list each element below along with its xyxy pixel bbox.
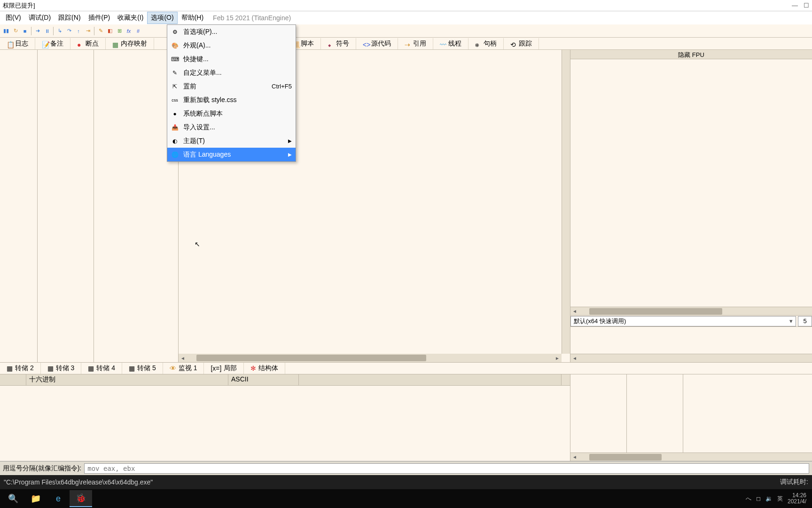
menu-view[interactable]: 图(V)	[2, 12, 25, 24]
tb-run-icon[interactable]: ➜	[33, 27, 42, 35]
tb-patch-icon[interactable]: ◧	[106, 27, 114, 35]
taskbar-edge[interactable]: e	[47, 490, 70, 507]
tb-restart-icon[interactable]: ↻	[11, 27, 20, 35]
stack-scroll-left-icon[interactable]: ◄	[570, 453, 579, 461]
fpu-toggle[interactable]: 隐藏 FPU	[570, 50, 812, 59]
maximize-button[interactable]: ☐	[804, 2, 809, 9]
menu-plugin[interactable]: 插件(P)	[85, 12, 114, 24]
menuitem-import-settings[interactable]: 📥导入设置...	[167, 120, 296, 134]
stack-scroll-thumb[interactable]	[589, 454, 662, 460]
menuitem-shortcuts[interactable]: ⌨快捷键...	[167, 52, 296, 66]
menuitem-theme[interactable]: ◐主题(T)▶	[167, 134, 296, 148]
tb-stepover-icon[interactable]: ↷	[65, 27, 73, 35]
tab-dump2[interactable]: ▦转储 2	[0, 363, 41, 374]
menuitem-custom-menu-label: 自定义菜单...	[183, 69, 222, 77]
tab-dump5[interactable]: ▦转储 5	[122, 363, 163, 374]
scroll-right-icon[interactable]: ►	[553, 354, 562, 362]
reg-scroll-left-icon[interactable]: ◄	[570, 307, 579, 316]
tab-dump4-label: 转储 4	[96, 364, 115, 373]
dump-hex-header[interactable]: 十六进制	[26, 374, 228, 385]
menuitem-sysbp-script[interactable]: ●系统断点脚本	[167, 107, 296, 120]
menuitem-languages[interactable]: 🌐语言 Languages▶ ↖	[167, 148, 296, 161]
calling-conv-select[interactable]: 默认(x64 快速调用) ▾	[570, 316, 796, 326]
tab-breakpoints[interactable]: ●断点	[70, 38, 106, 49]
tab-dump4[interactable]: ▦转储 4	[81, 363, 122, 374]
dump-scroll-v[interactable]	[562, 374, 570, 385]
dump-icon: ▦	[7, 365, 13, 372]
globe-icon: 🌐	[171, 151, 179, 159]
tab-memmap[interactable]: ▦内存映射	[106, 38, 154, 49]
disasm-scrollbar-h[interactable]: ◄ ►	[179, 354, 562, 362]
tray-clock[interactable]: 14:26 2021/4/	[788, 492, 806, 505]
tab-dump3[interactable]: ▦转储 3	[41, 363, 82, 374]
tab-bp-label: 断点	[86, 40, 99, 48]
registers-scrollbar-h[interactable]: ◄	[570, 307, 812, 315]
tb-pause-icon[interactable]: ▮▮	[2, 27, 10, 35]
tab-source[interactable]: <>源代码	[356, 38, 398, 49]
menuitem-appearance[interactable]: 🎨外观(A)...	[167, 39, 296, 52]
tab-trace[interactable]: ⟲跟踪	[504, 38, 539, 49]
tb-comment-icon[interactable]: ⊞	[115, 27, 124, 35]
tb-fx-icon[interactable]: fx	[125, 27, 133, 35]
menuitem-topmost-shortcut: Ctrl+F5	[272, 83, 292, 90]
menu-help[interactable]: 帮助(H)	[178, 12, 207, 24]
minimize-button[interactable]: —	[792, 2, 798, 9]
menuitem-custom-menu[interactable]: ✎自定义菜单...	[167, 66, 296, 79]
scroll-left-icon[interactable]: ◄	[179, 354, 187, 362]
status-timer-label: 调试耗时:	[780, 478, 808, 486]
tb-stepout-icon[interactable]: ↑	[74, 27, 83, 35]
menuitem-topmost[interactable]: ⇱置前Ctrl+F5	[167, 79, 296, 93]
dump-extra-header[interactable]	[299, 374, 562, 385]
taskbar-explorer[interactable]: 📁	[24, 490, 47, 507]
chevron-down-icon: ▾	[789, 318, 793, 325]
menu-debug[interactable]: 调试(D)	[25, 12, 55, 24]
title-bar: 权限已提升] — ☐	[0, 0, 812, 11]
main-area: ◄ ► 隐藏 FPU ◄ 默认(x64 快速调用) ▾ 5 ◄	[0, 50, 812, 362]
title-text: 权限已提升]	[3, 1, 35, 10]
tab-notes[interactable]: 📝备注	[35, 38, 70, 49]
tab-watch1[interactable]: 👁监视 1	[163, 363, 204, 374]
tray-sound-icon[interactable]: 🔉	[765, 495, 773, 502]
menuitem-preferences[interactable]: ⚙首选项(P)...	[167, 25, 296, 39]
disasm-mnemonic-col	[94, 50, 179, 362]
tab-threads[interactable]: 〰线程	[433, 38, 468, 49]
tb-hash-icon[interactable]: #	[134, 27, 142, 35]
args-scroll-left-icon[interactable]: ◄	[570, 354, 579, 363]
breakpoint-icon: ●	[77, 41, 83, 47]
registers-panel: 隐藏 FPU ◄ 默认(x64 快速调用) ▾ 5 ◄	[570, 50, 812, 362]
dump-addr-header[interactable]	[0, 374, 26, 385]
menu-trace[interactable]: 跟踪(N)	[55, 12, 84, 24]
command-input[interactable]	[84, 463, 809, 474]
tab-handles[interactable]: ⎈句柄	[468, 38, 504, 49]
stack-scrollbar-h[interactable]: ◄	[570, 452, 812, 461]
tab-symbols[interactable]: ⬥符号	[321, 38, 356, 49]
dump-body	[0, 386, 570, 461]
args-spinner[interactable]: 5	[798, 316, 812, 326]
tab-references[interactable]: ⇢引用	[398, 38, 433, 49]
tb-runto-icon[interactable]: ⇥	[84, 27, 92, 35]
tab-log[interactable]: 📋日志	[0, 38, 35, 49]
dump-panel: 十六进制 ASCII	[0, 374, 570, 461]
scroll-thumb[interactable]	[196, 355, 426, 361]
disasm-bytes-col	[38, 50, 94, 362]
tb-stepinto-icon[interactable]: ↳	[55, 27, 64, 35]
menu-options[interactable]: 选项(O)	[147, 12, 177, 24]
tray-ime[interactable]: 英	[777, 495, 783, 503]
tb-stop-icon[interactable]: ■	[21, 27, 29, 35]
tab-dump5-label: 转储 5	[137, 364, 156, 373]
dump-ascii-header[interactable]: ASCII	[228, 374, 299, 385]
tray-chevron-icon[interactable]: へ	[746, 495, 751, 503]
tray-network-icon[interactable]: ◻	[756, 495, 761, 502]
tab-struct[interactable]: ✻结构体	[244, 363, 285, 374]
tb-pencil-icon[interactable]: ✎	[96, 27, 105, 35]
tab-locals[interactable]: [x=]局部	[204, 363, 244, 374]
tb-pause2-icon[interactable]: ⏸	[43, 27, 51, 35]
disasm-scrollbar-v[interactable]	[562, 50, 570, 354]
taskbar-x64dbg[interactable]: 🐞	[70, 490, 92, 507]
args-scrollbar-h[interactable]: ◄	[570, 354, 812, 362]
menuitem-reload-css[interactable]: css重新加载 style.css	[167, 93, 296, 107]
reg-scroll-thumb[interactable]	[589, 308, 722, 315]
menu-favorites[interactable]: 收藏夹(I)	[114, 12, 147, 24]
taskbar-search[interactable]: 🔍	[2, 490, 24, 507]
pin-icon: ⇱	[171, 83, 179, 90]
